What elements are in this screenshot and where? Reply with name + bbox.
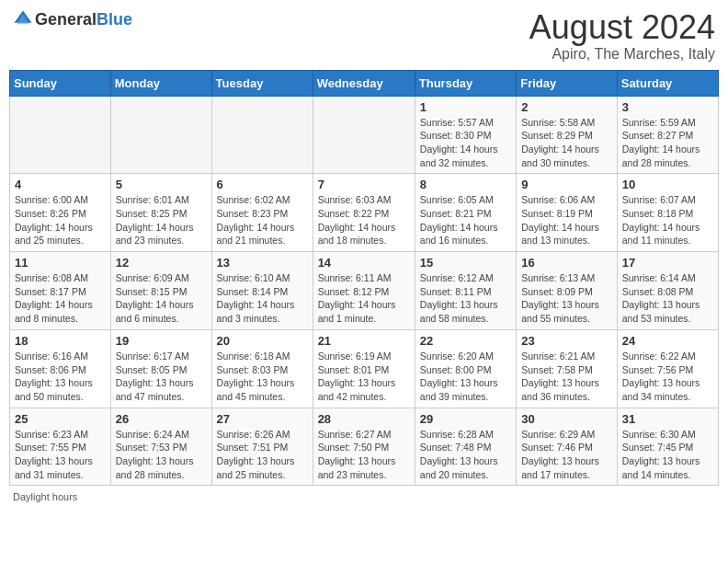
day-info: Sunrise: 5:57 AMSunset: 8:30 PMDaylight:… [420, 116, 511, 170]
header-cell-thursday: Thursday [415, 70, 516, 96]
calendar-cell: 6Sunrise: 6:02 AMSunset: 8:23 PMDaylight… [211, 174, 313, 252]
day-number: 23 [521, 334, 612, 348]
title-block: August 2024 Apiro, The Marches, Italy [529, 9, 715, 63]
day-number: 21 [318, 334, 410, 348]
calendar-cell: 29Sunrise: 6:28 AMSunset: 7:48 PMDayligh… [415, 408, 516, 486]
calendar-table: SundayMondayTuesdayWednesdayThursdayFrid… [9, 70, 719, 487]
calendar-body: 1Sunrise: 5:57 AMSunset: 8:30 PMDaylight… [10, 96, 719, 486]
day-number: 16 [521, 256, 612, 270]
calendar-cell: 23Sunrise: 6:21 AMSunset: 7:58 PMDayligh… [517, 329, 618, 408]
day-number: 17 [622, 256, 713, 270]
day-info: Sunrise: 6:02 AMSunset: 8:23 PMDaylight:… [217, 193, 308, 247]
day-info: Sunrise: 6:20 AMSunset: 8:00 PMDaylight:… [420, 350, 511, 404]
footer: Daylight hours [9, 491, 719, 502]
calendar-cell: 16Sunrise: 6:13 AMSunset: 8:09 PMDayligh… [517, 252, 618, 330]
calendar-cell: 4Sunrise: 6:00 AMSunset: 8:26 PMDaylight… [10, 174, 111, 252]
day-number: 8 [420, 178, 511, 191]
calendar-cell: 21Sunrise: 6:19 AMSunset: 8:01 PMDayligh… [313, 329, 415, 408]
calendar-cell: 22Sunrise: 6:20 AMSunset: 8:00 PMDayligh… [415, 329, 516, 408]
day-info: Sunrise: 6:14 AMSunset: 8:08 PMDaylight:… [622, 271, 713, 326]
day-number: 18 [15, 334, 106, 348]
day-info: Sunrise: 6:16 AMSunset: 8:06 PMDaylight:… [15, 350, 106, 404]
day-info: Sunrise: 6:13 AMSunset: 8:09 PMDaylight:… [521, 271, 612, 326]
day-info: Sunrise: 5:58 AMSunset: 8:29 PMDaylight:… [521, 116, 612, 170]
calendar-cell: 15Sunrise: 6:12 AMSunset: 8:11 PMDayligh… [415, 252, 516, 330]
day-number: 5 [116, 178, 207, 191]
calendar-cell: 2Sunrise: 5:58 AMSunset: 8:29 PMDaylight… [517, 96, 618, 174]
logo-general: General [35, 10, 97, 29]
calendar-cell: 31Sunrise: 6:30 AMSunset: 7:45 PMDayligh… [617, 408, 718, 486]
day-number: 29 [420, 412, 511, 426]
day-number: 22 [420, 334, 511, 348]
calendar-cell: 13Sunrise: 6:10 AMSunset: 8:14 PMDayligh… [211, 252, 313, 330]
day-info: Sunrise: 5:59 AMSunset: 8:27 PMDaylight:… [622, 116, 713, 170]
calendar-cell: 17Sunrise: 6:14 AMSunset: 8:08 PMDayligh… [617, 252, 718, 330]
day-number: 13 [217, 256, 308, 270]
main-title: August 2024 [529, 9, 715, 46]
calendar-cell: 12Sunrise: 6:09 AMSunset: 8:15 PMDayligh… [110, 252, 211, 330]
calendar-cell: 5Sunrise: 6:01 AMSunset: 8:25 PMDaylight… [110, 174, 211, 252]
day-number: 12 [116, 256, 207, 270]
calendar-cell: 27Sunrise: 6:26 AMSunset: 7:51 PMDayligh… [211, 408, 313, 486]
day-number: 10 [622, 178, 713, 191]
calendar-cell: 7Sunrise: 6:03 AMSunset: 8:22 PMDaylight… [313, 174, 415, 252]
day-number: 14 [318, 256, 410, 270]
subtitle: Apiro, The Marches, Italy [529, 46, 715, 63]
calendar-cell: 11Sunrise: 6:08 AMSunset: 8:17 PMDayligh… [10, 252, 111, 330]
day-number: 19 [116, 334, 207, 348]
day-number: 31 [622, 412, 713, 426]
calendar-cell: 14Sunrise: 6:11 AMSunset: 8:12 PMDayligh… [313, 252, 415, 330]
day-number: 15 [420, 256, 511, 270]
calendar-cell: 3Sunrise: 5:59 AMSunset: 8:27 PMDaylight… [617, 96, 718, 174]
day-info: Sunrise: 6:05 AMSunset: 8:21 PMDaylight:… [420, 193, 511, 247]
calendar-header: SundayMondayTuesdayWednesdayThursdayFrid… [10, 70, 719, 96]
day-info: Sunrise: 6:10 AMSunset: 8:14 PMDaylight:… [217, 271, 308, 326]
day-info: Sunrise: 6:21 AMSunset: 7:58 PMDaylight:… [521, 350, 612, 404]
week-row-2: 4Sunrise: 6:00 AMSunset: 8:26 PMDaylight… [10, 174, 719, 252]
calendar-cell: 8Sunrise: 6:05 AMSunset: 8:21 PMDaylight… [415, 174, 516, 252]
day-info: Sunrise: 6:01 AMSunset: 8:25 PMDaylight:… [116, 193, 207, 247]
day-info: Sunrise: 6:00 AMSunset: 8:26 PMDaylight:… [15, 193, 106, 247]
week-row-5: 25Sunrise: 6:23 AMSunset: 7:55 PMDayligh… [10, 408, 719, 486]
day-info: Sunrise: 6:08 AMSunset: 8:17 PMDaylight:… [15, 271, 106, 326]
calendar-cell: 20Sunrise: 6:18 AMSunset: 8:03 PMDayligh… [211, 329, 313, 408]
logo: GeneralBlue [13, 9, 132, 29]
header-cell-monday: Monday [110, 70, 211, 96]
day-number: 2 [521, 100, 612, 114]
calendar-cell: 9Sunrise: 6:06 AMSunset: 8:19 PMDaylight… [517, 174, 618, 252]
header-cell-tuesday: Tuesday [211, 70, 313, 96]
day-number: 1 [420, 100, 511, 114]
day-number: 11 [15, 256, 106, 270]
header-row: SundayMondayTuesdayWednesdayThursdayFrid… [10, 70, 719, 96]
day-number: 9 [521, 178, 612, 191]
day-number: 26 [116, 412, 207, 426]
day-info: Sunrise: 6:03 AMSunset: 8:22 PMDaylight:… [318, 193, 410, 247]
page-header: GeneralBlue August 2024 Apiro, The March… [9, 9, 719, 63]
week-row-3: 11Sunrise: 6:08 AMSunset: 8:17 PMDayligh… [10, 252, 719, 330]
header-cell-sunday: Sunday [10, 70, 111, 96]
week-row-1: 1Sunrise: 5:57 AMSunset: 8:30 PMDaylight… [10, 96, 719, 174]
day-number: 4 [15, 178, 106, 191]
week-row-4: 18Sunrise: 6:16 AMSunset: 8:06 PMDayligh… [10, 329, 719, 408]
day-info: Sunrise: 6:06 AMSunset: 8:19 PMDaylight:… [521, 193, 612, 247]
day-number: 3 [622, 100, 713, 114]
calendar-cell: 10Sunrise: 6:07 AMSunset: 8:18 PMDayligh… [617, 174, 718, 252]
header-cell-friday: Friday [517, 70, 618, 96]
logo-icon [13, 9, 33, 29]
calendar-cell [110, 96, 211, 174]
calendar-cell [10, 96, 111, 174]
day-info: Sunrise: 6:09 AMSunset: 8:15 PMDaylight:… [116, 271, 207, 326]
calendar-cell: 1Sunrise: 5:57 AMSunset: 8:30 PMDaylight… [415, 96, 516, 174]
day-number: 6 [217, 178, 308, 191]
logo-blue: Blue [97, 10, 132, 29]
day-info: Sunrise: 6:11 AMSunset: 8:12 PMDaylight:… [318, 271, 410, 326]
day-info: Sunrise: 6:23 AMSunset: 7:55 PMDaylight:… [15, 428, 106, 482]
day-number: 28 [318, 412, 410, 426]
calendar-cell: 25Sunrise: 6:23 AMSunset: 7:55 PMDayligh… [10, 408, 111, 486]
header-cell-saturday: Saturday [617, 70, 718, 96]
calendar-cell: 26Sunrise: 6:24 AMSunset: 7:53 PMDayligh… [110, 408, 211, 486]
day-info: Sunrise: 6:18 AMSunset: 8:03 PMDaylight:… [217, 350, 308, 404]
calendar-cell: 24Sunrise: 6:22 AMSunset: 7:56 PMDayligh… [617, 329, 718, 408]
day-number: 27 [217, 412, 308, 426]
day-number: 30 [521, 412, 612, 426]
